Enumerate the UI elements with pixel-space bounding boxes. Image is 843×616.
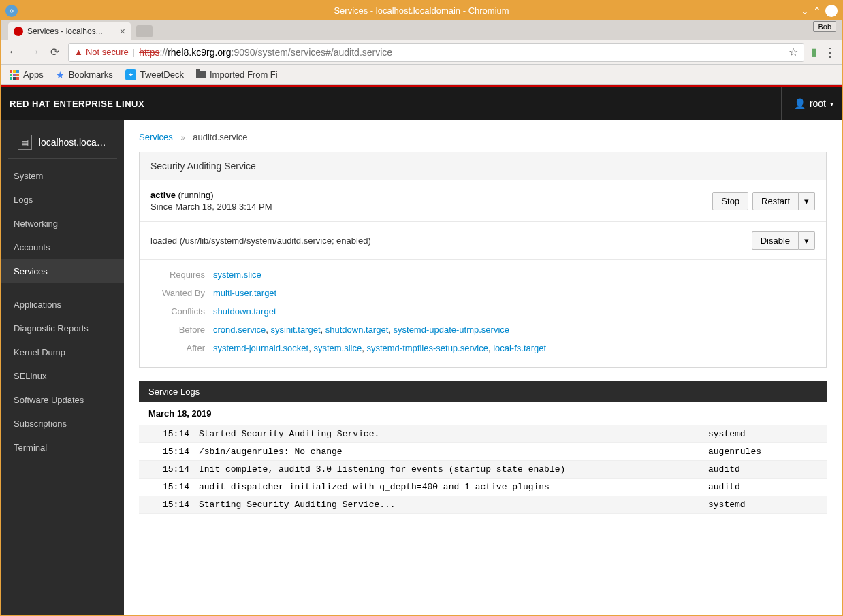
window-minimize-icon[interactable]: ⌄ bbox=[801, 5, 809, 16]
chevron-down-icon: ▾ bbox=[804, 236, 809, 246]
dep-label: Conflicts bbox=[150, 306, 205, 317]
dep-link[interactable]: local-fs.target bbox=[493, 343, 546, 353]
sidebar: ▤ localhost.locald... SystemLogsNetworki… bbox=[1, 120, 124, 615]
log-message: Init complete, auditd 3.0 listening for … bbox=[199, 464, 708, 474]
dep-link[interactable]: systemd-tmpfiles-setup.service bbox=[366, 343, 488, 353]
log-time: 15:14 bbox=[148, 482, 189, 492]
log-row[interactable]: 15:14/sbin/augenrules: No changeaugenrul… bbox=[139, 443, 827, 461]
bookmark-star-icon[interactable]: ☆ bbox=[789, 46, 798, 59]
log-source: auditd bbox=[708, 464, 817, 474]
profile-badge[interactable]: Bob bbox=[813, 21, 836, 32]
brand-label: RED HAT ENTERPRISE LINUX bbox=[10, 99, 144, 109]
disable-dropdown[interactable]: ▾ bbox=[799, 231, 815, 250]
log-row[interactable]: 15:14Started Security Auditing Service.s… bbox=[139, 425, 827, 443]
dep-value: system.slice bbox=[213, 270, 815, 280]
dep-link[interactable]: crond.service bbox=[213, 325, 266, 335]
log-message: audit dispatcher initialized with q_dept… bbox=[199, 482, 708, 492]
user-icon: 👤 bbox=[794, 98, 806, 109]
log-row[interactable]: 15:14Init complete, auditd 3.0 listening… bbox=[139, 461, 827, 479]
log-row[interactable]: 15:14Starting Security Auditing Service.… bbox=[139, 496, 827, 514]
address-bar[interactable]: ▲ Not secure | https://rhel8.kc9rg.org:9… bbox=[68, 43, 804, 62]
extension-icon[interactable]: ▮ bbox=[811, 46, 817, 59]
back-button[interactable]: ← bbox=[7, 45, 20, 59]
tweetdeck-bookmark[interactable]: ✦ TweetDeck bbox=[125, 69, 184, 80]
sidebar-item-subscriptions[interactable]: Subscriptions bbox=[1, 412, 124, 436]
tab-title: Services - localhos... bbox=[27, 27, 116, 36]
sidebar-item-system[interactable]: System bbox=[1, 164, 124, 188]
browser-tabstrip: Services - localhos... × Bob bbox=[1, 20, 842, 40]
reload-button[interactable]: ⟳ bbox=[48, 46, 61, 59]
log-time: 15:14 bbox=[148, 447, 189, 457]
breadcrumb-services[interactable]: Services bbox=[139, 132, 173, 142]
bookmarks-bar: Apps ★ Bookmarks ✦ TweetDeck Imported Fr… bbox=[1, 65, 842, 85]
service-logs-date: March 18, 2019 bbox=[139, 402, 827, 425]
sidebar-item-selinux[interactable]: SELinux bbox=[1, 364, 124, 388]
app-header: RED HAT ENTERPRISE LINUX 👤 root ▾ bbox=[1, 87, 842, 120]
sidebar-item-diagnostic-reports[interactable]: Diagnostic Reports bbox=[1, 317, 124, 340]
service-panel: Security Auditing Service active (runnin… bbox=[139, 152, 827, 368]
service-logs-title: Service Logs bbox=[139, 381, 827, 402]
log-source: auditd bbox=[708, 482, 817, 492]
sidebar-item-software-updates[interactable]: Software Updates bbox=[1, 388, 124, 412]
browser-tab[interactable]: Services - localhos... × bbox=[8, 22, 131, 40]
bookmarks-bookmark[interactable]: ★ Bookmarks bbox=[56, 69, 113, 80]
log-source: augenrules bbox=[708, 447, 817, 457]
sidebar-item-applications[interactable]: Applications bbox=[1, 293, 124, 317]
dep-link[interactable]: systemd-update-utmp.service bbox=[394, 325, 510, 335]
stop-button[interactable]: Stop bbox=[712, 192, 748, 210]
dep-label: Wanted By bbox=[150, 288, 205, 298]
log-time: 15:14 bbox=[148, 429, 189, 439]
service-title: Security Auditing Service bbox=[140, 152, 826, 180]
forward-button: → bbox=[27, 45, 41, 59]
sidebar-item-kernel-dump[interactable]: Kernel Dump bbox=[1, 340, 124, 364]
dep-link[interactable]: system.slice bbox=[213, 270, 261, 280]
log-message: Started Security Auditing Service. bbox=[199, 429, 708, 439]
disable-button[interactable]: Disable bbox=[752, 231, 799, 250]
tab-favicon-icon bbox=[14, 27, 23, 36]
twitter-icon: ✦ bbox=[125, 69, 136, 80]
window-title: Services - localhost.localdomain - Chrom… bbox=[334, 5, 509, 16]
log-message: Starting Security Auditing Service... bbox=[199, 500, 708, 510]
service-logs-panel: Service Logs March 18, 2019 15:14Started… bbox=[139, 381, 827, 514]
window-maximize-icon[interactable]: ⌃ bbox=[813, 5, 821, 16]
dep-link[interactable]: multi-user.target bbox=[213, 288, 276, 298]
dep-link[interactable]: shutdown.target bbox=[213, 306, 276, 317]
user-menu[interactable]: 👤 root ▾ bbox=[781, 87, 833, 120]
window-close-icon[interactable]: ✕ bbox=[825, 5, 838, 17]
log-message: /sbin/augenrules: No change bbox=[199, 447, 708, 457]
host-icon: ▤ bbox=[18, 135, 32, 150]
imported-bookmark[interactable]: Imported From Fi bbox=[196, 69, 278, 80]
sidebar-host[interactable]: ▤ localhost.locald... bbox=[8, 127, 117, 159]
restart-dropdown[interactable]: ▾ bbox=[799, 192, 815, 210]
apps-bookmark[interactable]: Apps bbox=[10, 69, 44, 80]
star-icon: ★ bbox=[56, 69, 65, 80]
log-source: systemd bbox=[708, 429, 817, 439]
sidebar-item-logs[interactable]: Logs bbox=[1, 188, 124, 212]
sidebar-item-services[interactable]: Services bbox=[1, 259, 124, 283]
dep-value: multi-user.target bbox=[213, 288, 815, 298]
dep-link[interactable]: systemd-journald.socket bbox=[213, 343, 308, 353]
folder-icon bbox=[196, 71, 206, 78]
restart-button[interactable]: Restart bbox=[752, 192, 799, 210]
dep-value: crond.service, sysinit.target, shutdown.… bbox=[213, 325, 815, 335]
log-row[interactable]: 15:14audit dispatcher initialized with q… bbox=[139, 479, 827, 496]
breadcrumb-current: auditd.service bbox=[193, 132, 247, 142]
chevron-down-icon: ▾ bbox=[830, 100, 833, 108]
sidebar-item-terminal[interactable]: Terminal bbox=[1, 436, 124, 459]
svg-point-1 bbox=[11, 10, 13, 12]
new-tab-button[interactable] bbox=[136, 25, 153, 37]
apps-icon bbox=[10, 70, 19, 80]
dep-link[interactable]: system.slice bbox=[313, 343, 362, 353]
dep-label: After bbox=[150, 343, 205, 353]
tab-close-icon[interactable]: × bbox=[120, 26, 125, 37]
warning-icon: ▲ bbox=[74, 47, 83, 57]
main-content: Services » auditd.service Security Audit… bbox=[124, 120, 842, 615]
chromium-icon bbox=[5, 5, 18, 17]
dep-link[interactable]: sysinit.target bbox=[271, 325, 321, 335]
browser-menu-icon[interactable]: ⋮ bbox=[824, 45, 836, 60]
sidebar-item-accounts[interactable]: Accounts bbox=[1, 236, 124, 259]
security-indicator[interactable]: ▲ Not secure bbox=[74, 47, 129, 57]
service-loaded: loaded (/usr/lib/systemd/system/auditd.s… bbox=[150, 236, 752, 246]
dep-link[interactable]: shutdown.target bbox=[325, 325, 389, 335]
sidebar-item-networking[interactable]: Networking bbox=[1, 212, 124, 236]
